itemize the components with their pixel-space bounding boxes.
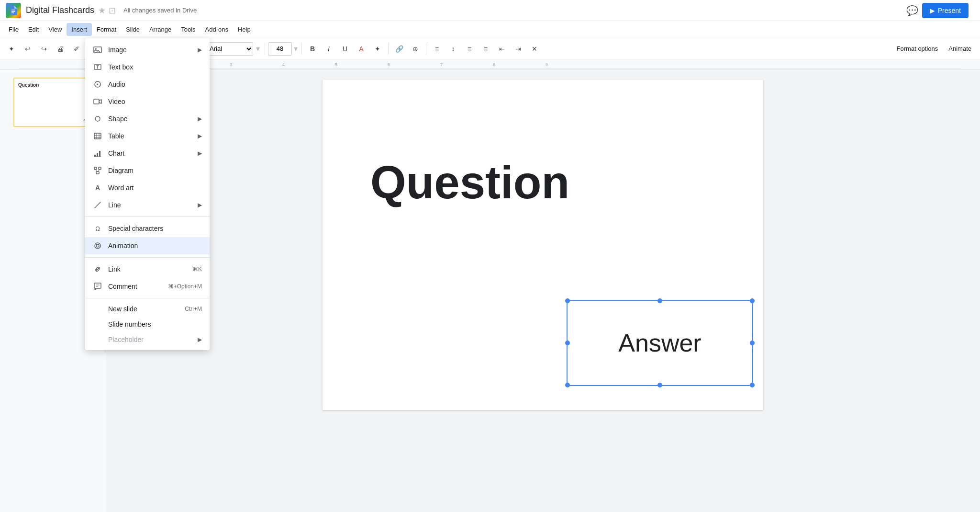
- comment-button[interactable]: 💬: [906, 5, 918, 16]
- answer-textbox[interactable]: Answer: [567, 300, 753, 386]
- line-spacing-button[interactable]: ↕: [445, 41, 461, 57]
- menu-arrange[interactable]: Arrange: [145, 23, 176, 36]
- textbox-label: Text box: [108, 63, 202, 71]
- svg-rect-26: [99, 151, 100, 157]
- menu-separator-2: [85, 257, 210, 258]
- menu-bar: File Edit View Insert Format Slide Arran…: [0, 21, 980, 38]
- svg-text:5: 5: [335, 62, 337, 67]
- svg-line-33: [95, 202, 100, 208]
- numbered-list-button[interactable]: ≡: [478, 41, 493, 57]
- placeholder-label: Placeholder: [108, 336, 192, 343]
- format-options-button[interactable]: Format options: [892, 42, 943, 55]
- toolbar-redo[interactable]: ↪: [36, 41, 52, 57]
- menu-edit[interactable]: Edit: [23, 23, 44, 36]
- toolbar-select[interactable]: ✦: [4, 41, 19, 57]
- menu-item-audio[interactable]: Audio: [85, 76, 210, 93]
- handle-bot-center[interactable]: [657, 383, 662, 387]
- font-color-button[interactable]: A: [354, 41, 369, 57]
- present-label: Present: [938, 7, 961, 14]
- menu-item-placeholder[interactable]: Placeholder ▶: [85, 332, 210, 347]
- link-label: Link: [108, 265, 187, 273]
- toolbar-sep-4: [265, 43, 265, 55]
- highlight-button[interactable]: ✦: [370, 41, 385, 57]
- menu-item-image[interactable]: Image ▶: [85, 41, 210, 58]
- menu-file[interactable]: File: [4, 23, 23, 36]
- slide-canvas: Question Answer: [323, 80, 763, 410]
- wordart-label: Word art: [108, 184, 202, 192]
- toolbar-paint[interactable]: ✐: [69, 41, 84, 57]
- menu-slide[interactable]: Slide: [121, 23, 145, 36]
- answer-text: Answer: [618, 329, 701, 357]
- toolbar-undo[interactable]: ↩: [20, 41, 35, 57]
- menu-item-video[interactable]: Video: [85, 93, 210, 110]
- handle-top-right[interactable]: [750, 298, 755, 303]
- chart-icon: [93, 148, 102, 158]
- animate-button[interactable]: Animate: [944, 42, 976, 55]
- svg-rect-13: [94, 47, 101, 53]
- toolbar-print[interactable]: 🖨: [53, 41, 68, 57]
- menu-item-animation[interactable]: Animation: [85, 237, 210, 254]
- menu-separator-3: [85, 298, 210, 298]
- clear-format-button[interactable]: ✕: [527, 41, 542, 57]
- menu-item-wordart[interactable]: A Word art: [85, 179, 210, 196]
- indent-dec-button[interactable]: ⇤: [494, 41, 510, 57]
- link-button[interactable]: 🔗: [391, 41, 407, 57]
- menu-item-shape[interactable]: Shape ▶: [85, 110, 210, 127]
- animation-label: Animation: [108, 242, 202, 250]
- menu-help[interactable]: Help: [233, 23, 256, 36]
- menu-item-link[interactable]: Link ⌘K: [85, 261, 210, 278]
- indent-inc-button[interactable]: ⇥: [511, 41, 526, 57]
- table-label: Table: [108, 132, 192, 140]
- diagram-icon: [93, 166, 102, 175]
- slide-numbers-label: Slide numbers: [108, 320, 202, 328]
- link-icon: [93, 264, 102, 274]
- menu-item-comment[interactable]: Comment ⌘+Option+M: [85, 278, 210, 295]
- svg-text:4: 4: [282, 62, 285, 67]
- menu-insert[interactable]: Insert: [67, 23, 92, 36]
- svg-text:8: 8: [493, 62, 495, 67]
- canvas-area[interactable]: Question Answer: [105, 70, 980, 512]
- menu-item-table[interactable]: Table ▶: [85, 127, 210, 145]
- line-arrow: ▶: [198, 202, 202, 208]
- menu-tools[interactable]: Tools: [176, 23, 200, 36]
- handle-mid-right[interactable]: [750, 341, 755, 345]
- font-family-select[interactable]: Arial: [205, 42, 253, 56]
- svg-text:6: 6: [388, 62, 390, 67]
- svg-rect-1: [11, 11, 15, 12]
- menu-item-slide-numbers[interactable]: Slide numbers: [85, 317, 210, 332]
- italic-button[interactable]: I: [321, 41, 336, 57]
- menu-item-special-chars[interactable]: Ω Special characters: [85, 220, 210, 237]
- image-arrow: ▶: [198, 46, 202, 53]
- bold-button[interactable]: B: [305, 41, 320, 57]
- drive-icon[interactable]: ⊡: [109, 5, 116, 16]
- font-size-input[interactable]: [268, 42, 292, 56]
- handle-bot-left[interactable]: [565, 383, 570, 387]
- present-button[interactable]: ▶ Present: [922, 3, 969, 18]
- video-label: Video: [108, 98, 202, 105]
- list-button[interactable]: ≡: [462, 41, 477, 57]
- shape-icon: [93, 114, 102, 124]
- insert-dropdown-menu: Image ▶ Text box Audio Video Shape ▶: [85, 38, 210, 350]
- line-label: Line: [108, 201, 192, 209]
- star-icon[interactable]: ★: [98, 5, 106, 16]
- svg-rect-0: [11, 10, 15, 11]
- menu-item-textbox[interactable]: Text box: [85, 58, 210, 76]
- menu-item-line[interactable]: Line ▶: [85, 196, 210, 214]
- menu-view[interactable]: View: [44, 23, 67, 36]
- text-align-button[interactable]: ≡: [429, 41, 445, 57]
- menu-item-chart[interactable]: Chart ▶: [85, 145, 210, 162]
- audio-label: Audio: [108, 80, 202, 88]
- menu-item-new-slide[interactable]: New slide Ctrl+M: [85, 301, 210, 317]
- svg-text:9: 9: [546, 62, 548, 67]
- link-shortcut: ⌘K: [192, 266, 202, 273]
- menu-item-diagram[interactable]: Diagram: [85, 162, 210, 179]
- handle-top-left[interactable]: [565, 298, 570, 303]
- insert-button[interactable]: ⊕: [408, 41, 423, 57]
- handle-mid-left[interactable]: [565, 341, 570, 345]
- underline-button[interactable]: U: [337, 41, 353, 57]
- handle-bot-right[interactable]: [750, 383, 755, 387]
- toolbar-sep-7: [426, 43, 426, 55]
- handle-top-center[interactable]: [657, 298, 662, 303]
- menu-format[interactable]: Format: [92, 23, 121, 36]
- menu-addons[interactable]: Add-ons: [200, 23, 233, 36]
